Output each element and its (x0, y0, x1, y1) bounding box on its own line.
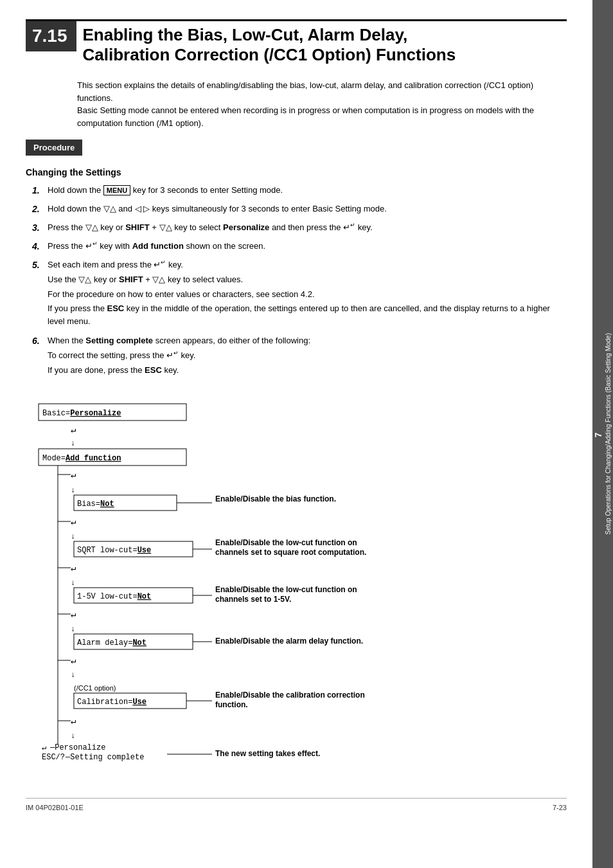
procedure-label: Procedure (26, 140, 82, 156)
svg-text:↵: ↵ (71, 425, 76, 435)
page-number: 7-23 (553, 804, 567, 811)
svg-text:ESC/?: ESC/? (42, 753, 65, 762)
svg-text:Bias=Not: Bias=Not (77, 500, 114, 509)
step-2: 2. Hold down the ▽△ and ◁ ▷ keys simulta… (32, 203, 567, 216)
svg-text:Enable/Disable the low-cut fun: Enable/Disable the low-cut function on (215, 585, 357, 594)
section-title: Enabling the Bias, Low-Cut, Alarm Delay,… (76, 21, 463, 69)
svg-text:function.: function. (215, 700, 248, 709)
main-content: 7.15 Enabling the Bias, Low-Cut, Alarm D… (0, 0, 592, 868)
svg-text:↓: ↓ (71, 486, 75, 495)
svg-text:↵: ↵ (42, 743, 46, 752)
svg-text:channels set to square root co: channels set to square root computation. (215, 548, 366, 557)
section-number: 7.15 (26, 21, 76, 51)
steps-list: 1. Hold down the MENU key for 3 seconds … (32, 184, 567, 378)
svg-text:Basic=Personalize: Basic=Personalize (42, 409, 121, 418)
svg-text:↵: ↵ (71, 656, 76, 666)
svg-text:↓: ↓ (71, 625, 75, 634)
svg-text:─Personalize: ─Personalize (49, 743, 105, 752)
footer: IM 04P02B01-01E 7-23 (26, 798, 567, 811)
svg-text:Enable/Disable the calibration: Enable/Disable the calibration correctio… (215, 691, 365, 700)
document-id: IM 04P02B01-01E (26, 804, 84, 811)
intro-text: This section explains the details of ena… (77, 79, 567, 129)
procedure-diagram: Basic=Personalize ↵ ↓ Mode=Add function … (32, 397, 482, 783)
section-header: 7.15 Enabling the Bias, Low-Cut, Alarm D… (26, 19, 567, 69)
svg-text:Alarm delay=Not: Alarm delay=Not (77, 638, 147, 647)
side-tab: 7 Setup Operations for Changing/Adding F… (592, 0, 613, 868)
svg-text:↓: ↓ (71, 532, 75, 541)
svg-text:↓: ↓ (71, 579, 75, 588)
svg-text:↵: ↵ (71, 610, 76, 620)
svg-text:Enable/Disable the bias functi: Enable/Disable the bias function. (215, 494, 336, 503)
svg-text:Calibration=Use: Calibration=Use (77, 698, 147, 707)
svg-text:The new setting takes effect.: The new setting takes effect. (215, 749, 320, 758)
svg-text:↵: ↵ (71, 470, 76, 480)
svg-text:─Setting complete: ─Setting complete (65, 753, 144, 762)
svg-text:Enable/Disable the low-cut fun: Enable/Disable the low-cut function on (215, 538, 357, 547)
diagram-area: Basic=Personalize ↵ ↓ Mode=Add function … (32, 391, 567, 785)
menu-key: MENU (103, 185, 130, 195)
svg-text:↓: ↓ (71, 671, 75, 680)
step-5: 5. Set each item and press the ↵↵ key. U… (32, 258, 567, 329)
svg-text:Mode=Add function: Mode=Add function (42, 454, 121, 463)
step-6: 6. When the Setting complete screen appe… (32, 334, 567, 378)
svg-text:1-5V low-cut=Not: 1-5V low-cut=Not (77, 592, 151, 601)
svg-text:↵: ↵ (71, 563, 76, 574)
svg-text:SQRT low-cut=Use: SQRT low-cut=Use (77, 546, 151, 555)
svg-text:↓: ↓ (71, 439, 75, 448)
subsection-title: Changing the Settings (26, 167, 567, 177)
svg-text:↵: ↵ (71, 517, 76, 527)
side-tab-text: 7 Setup Operations for Changing/Adding F… (592, 327, 612, 541)
svg-text:(/CC1 option): (/CC1 option) (74, 684, 116, 692)
step-4: 4. Press the ↵↵ key with Add function sh… (32, 240, 567, 253)
step-1: 1. Hold down the MENU key for 3 seconds … (32, 184, 567, 197)
svg-text:channels set to 1-5V.: channels set to 1-5V. (215, 595, 291, 604)
svg-text:↓: ↓ (71, 732, 75, 741)
svg-text:Enable/Disable the alarm delay: Enable/Disable the alarm delay function. (215, 637, 363, 646)
svg-text:↵: ↵ (71, 716, 76, 727)
page-container: 7.15 Enabling the Bias, Low-Cut, Alarm D… (0, 0, 613, 868)
step-3: 3. Press the ▽△ key or SHIFT + ▽△ key to… (32, 221, 567, 235)
